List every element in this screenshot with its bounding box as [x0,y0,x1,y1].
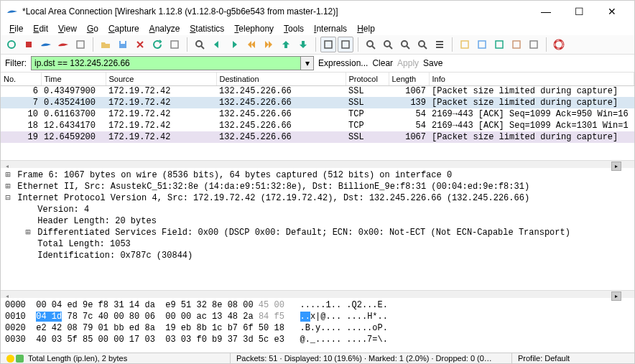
menu-go[interactable]: Go [83,22,103,35]
hex-line[interactable]: 0030 40 03 5f 85 00 00 17 03 03 03 f0 b9… [5,334,630,345]
up-arrow-icon[interactable] [278,37,294,52]
cell: 12.6434170 [41,120,106,131]
packet-row[interactable]: 1812.6434170172.19.72.42132.245.226.66TC… [1,120,634,131]
packet-row[interactable]: 60.43497900172.19.72.42132.245.226.66SSL… [1,85,634,97]
chat-icon[interactable] [457,37,473,52]
hex-line[interactable]: 0010 04 1d 78 7c 40 00 80 06 00 00 ac 13… [5,311,630,322]
packet-row[interactable]: 1912.6459200172.19.72.42132.245.226.66SS… [1,131,634,143]
maximize-button[interactable]: ☐ [562,1,595,22]
expand-icon[interactable]: ⊞ [4,181,12,192]
wrench-icon[interactable] [509,37,524,52]
menu-tools[interactable]: Tools [279,22,308,35]
back-green-icon[interactable] [209,37,225,52]
menu-view[interactable]: View [54,22,81,35]
filter-icon[interactable] [474,37,490,52]
expression-button[interactable]: Expression... [318,58,368,68]
zoom-actual-icon[interactable] [397,37,413,52]
menu-telephony[interactable]: Telephony [230,22,278,35]
expand-icon[interactable]: ⊞ [24,227,32,238]
expert-info-icon[interactable] [6,355,24,363]
menu-capture[interactable]: Capture [104,22,144,35]
folder-icon[interactable] [98,37,113,52]
save-icon[interactable] [115,37,131,52]
fwd-green-icon[interactable] [226,37,242,52]
cell: [Packet size limited during capture] [429,85,634,97]
packet-list-pane[interactable]: No.TimeSourceDestinationProtocolLengthIn… [1,73,634,160]
zoom-out-icon[interactable] [380,37,396,52]
checkbox-icon[interactable] [491,37,507,52]
shark-red-icon[interactable] [55,37,71,52]
close-button[interactable]: ✕ [595,1,629,22]
hex-line[interactable]: 0000 00 04 ed 9e f8 31 14 da e9 51 32 8e… [5,299,630,311]
filter-input[interactable] [31,56,301,70]
menu-analyze[interactable]: Analyze [145,22,185,35]
detail-row[interactable]: Identification: 0x787c (30844) [4,250,631,261]
print-icon[interactable] [167,37,182,52]
detail-row[interactable]: ⊟ Internet Protocol Version 4, Src: 172.… [4,192,631,204]
packet-bytes-pane[interactable]: 0000 00 04 ed 9e f8 31 14 da e9 51 32 8e… [1,298,634,353]
column-destination[interactable]: Destination [216,73,346,85]
packet-row[interactable]: 100.61163700172.19.72.42132.245.226.66TC… [1,108,634,120]
resize-cols-icon[interactable] [432,37,448,52]
details-hscroll[interactable]: ◂▸ [1,290,634,298]
cell: 172.19.72.42 [106,108,216,120]
menu-statistics[interactable]: Statistics [185,22,228,35]
group2-icon[interactable] [338,37,353,52]
detail-row[interactable]: ⊞ Ethernet II, Src: AsustekC_51:32:8e (1… [4,181,631,192]
detail-row[interactable]: ⊞ Differentiated Services Field: 0x00 (D… [4,227,631,238]
gear-icon[interactable] [526,37,542,52]
column-no[interactable]: No. [1,73,41,85]
zoom-fit-icon[interactable] [414,37,430,52]
column-protocol[interactable]: Protocol [346,73,389,85]
reload-icon[interactable] [149,37,165,52]
svg-point-6 [196,41,202,47]
filter-label: Filter: [5,58,27,68]
cell: 0.43524100 [41,97,106,108]
clear-button[interactable]: Clear [372,58,393,68]
down-arrow-icon[interactable] [295,37,311,52]
column-length[interactable]: Length [389,73,429,85]
menu-edit[interactable]: Edit [29,22,52,35]
cell: 0.61163700 [41,108,106,120]
menu-help[interactable]: Help [353,22,379,35]
packet-row[interactable]: 70.43524100172.19.72.42132.245.226.66SSL… [1,97,634,108]
cell: 7 [1,97,41,108]
help-icon[interactable] [551,37,567,52]
detail-row[interactable]: ⊞ Frame 6: 1067 bytes on wire (8536 bits… [4,169,631,181]
rewind-icon[interactable] [244,37,259,52]
close-icon[interactable] [132,37,148,52]
packet-list-hscroll[interactable]: ◂▸ [1,160,634,168]
column-time[interactable]: Time [41,73,106,85]
hex-line[interactable]: 0020 e2 42 08 79 01 bb ed 8a 19 eb 8b 1c… [5,322,630,334]
status-profile[interactable]: Profile: Default [512,353,634,363]
menu-file[interactable]: File [5,22,27,35]
find-icon[interactable] [192,37,208,52]
cell: 139 [389,97,429,108]
detail-text: Total Length: 1053 [32,239,131,249]
save-button[interactable]: Save [423,58,442,68]
detail-row[interactable]: Version: 4 [4,204,631,215]
stop-icon[interactable] [21,37,37,52]
minimize-button[interactable]: — [529,1,562,22]
detail-row[interactable]: Total Length: 1053 [4,238,631,250]
cell: SSL [346,97,389,108]
column-source[interactable]: Source [106,73,216,85]
preferences-icon[interactable] [73,37,88,52]
apply-button[interactable]: Apply [397,58,419,68]
ffwd-icon[interactable] [261,37,277,52]
zoom-in-icon[interactable] [363,37,379,52]
menu-internals[interactable]: Internals [310,22,351,35]
packet-details-pane[interactable]: ⊞ Frame 6: 1067 bytes on wire (8536 bits… [1,168,634,290]
filter-dropdown[interactable]: ▾ [301,56,314,70]
record-icon[interactable] [4,37,19,52]
cell: 172.19.72.42 [106,131,216,143]
collapse-icon[interactable]: ⊟ [4,192,12,204]
column-info[interactable]: Info [429,73,634,85]
shark-icon[interactable] [38,37,54,52]
cell: 132.245.226.66 [216,120,346,131]
svg-rect-2 [77,41,84,48]
detail-row[interactable]: Header Length: 20 bytes [4,215,631,227]
cell: 12.6459200 [41,131,106,143]
expand-icon[interactable]: ⊞ [4,169,12,181]
group1-icon[interactable] [320,37,336,52]
